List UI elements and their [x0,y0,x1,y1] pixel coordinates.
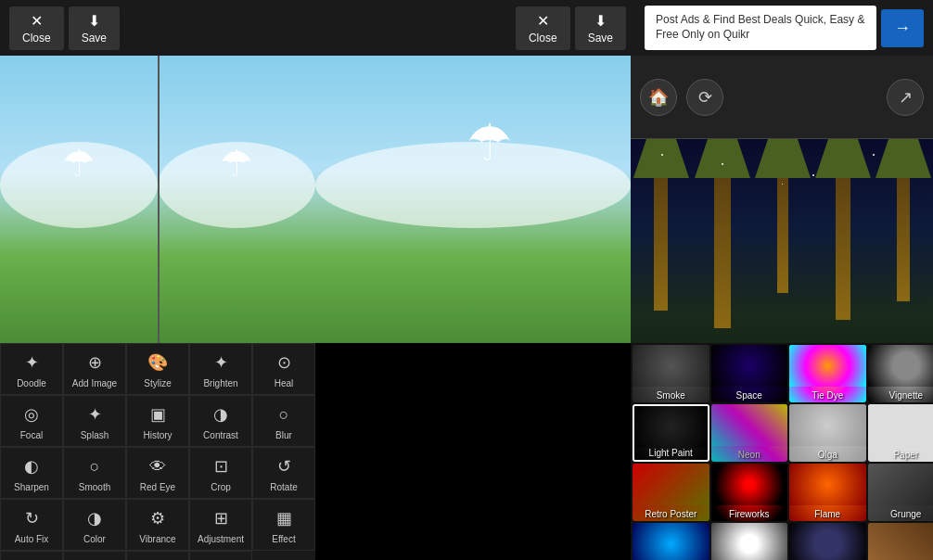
tool-overlay[interactable]: ◫ Overlay [0,551,63,560]
umbrella-left: ☂ [62,142,96,185]
effect-leaks[interactable]: Leaks [711,523,788,560]
vibrance-icon: ⚙ [145,505,171,531]
tool-sticker[interactable]: ○ Sticker [189,551,252,560]
reload-icon-btn[interactable]: ⟳ [686,79,723,116]
flame-thumb [789,464,866,505]
tool-crop[interactable]: ⊡ Crop [189,447,252,499]
canvas-thumb [868,523,934,560]
effect-paper[interactable]: Paper [868,404,934,462]
canvas-divider [158,56,160,343]
tool-vibrance[interactable]: ⚙ Vibrance [126,499,189,551]
close-icon-right: ✕ [537,12,549,30]
tie-dye-label: Tie Dye [812,390,843,401]
history-icon: ▣ [145,401,171,427]
splash-label: Splash [81,430,109,440]
contrast-icon: ◑ [208,401,234,427]
heal-icon: ⊙ [271,350,297,375]
right-icon-group: 🏠 ⟳ [640,79,723,116]
tree-2 [714,169,731,328]
main-area: ☂ ☂ ✦ Doodle ⊕ Add Image 🎨 Stylize ✦ Bri… [0,56,933,560]
rotate-label: Rotate [270,482,297,492]
tree-1 [654,169,668,311]
tool-focal[interactable]: ◎ Focal [0,395,63,447]
tool-contrast[interactable]: ◑ Contrast [189,395,252,447]
close-label-left: Close [22,32,51,45]
olga-thumb [789,404,866,446]
tool-red-eye[interactable]: 👁 Red Eye [126,447,189,499]
center-area: ☂ Smoke Space Tie Dye Vignette Light Pai… [315,56,631,560]
canvas-left-half: ☂ [0,56,158,343]
canvas-area: ☂ ☂ [0,56,315,343]
share-button[interactable]: ↗ [887,79,924,116]
doodle-label: Doodle [17,378,46,388]
fireworks-thumb [711,464,788,505]
red-eye-label: Red Eye [140,482,175,492]
retro-poster-label: Retro Poster [645,509,697,519]
ad-text: Post Ads & Find Best Deals Quick, Easy &… [656,13,864,41]
effect-neon[interactable]: Neon [711,404,788,462]
rotate-icon: ↺ [271,453,297,479]
add-image-label: Add Image [72,378,117,388]
tool-add-image[interactable]: ⊕ Add Image [63,343,126,395]
bokeh-thumb [789,523,866,560]
color-icon: ◑ [82,505,108,531]
center-canvas: ☂ [315,56,631,343]
close-button-left[interactable]: ✕ Close [9,6,64,50]
home-icon-btn[interactable]: 🏠 [640,79,677,116]
save-button-left[interactable]: ⬇ Save [69,6,120,50]
adjustment-label: Adjustment [198,534,244,544]
vibrance-label: Vibrance [139,534,175,544]
ad-arrow-button[interactable]: → [881,9,924,47]
effect-smoke[interactable]: Smoke [633,345,709,402]
tool-adjustment[interactable]: ⊞ Adjustment [189,499,252,551]
effect-flame[interactable]: Flame [789,464,866,521]
olga-label: Olga [818,450,837,460]
tool-smooth[interactable]: ○ Smooth [63,447,126,499]
effect-space[interactable]: Space [711,345,788,402]
effect-olga[interactable]: Olga [789,404,866,462]
stylize-icon: 🎨 [145,350,171,375]
tool-brighten[interactable]: ✦ Brighten [189,343,252,395]
effect-tie-dye[interactable]: Tie Dye [789,345,866,402]
brighten-icon: ✦ [208,350,234,375]
right-toolbar-group: ✕ Close ⬇ Save [516,6,626,50]
tool-type[interactable]: T Type [126,551,189,560]
vignette-thumb [868,345,934,387]
save-button-right[interactable]: ⬇ Save [575,6,626,50]
fireworks-label: Fireworks [729,509,769,519]
effect-leaking-hd[interactable]: Leaking Hd [633,523,709,560]
effect-canvas[interactable]: Canvas [868,523,934,560]
tool-auto-fix[interactable]: ↻ Auto Fix [0,499,63,551]
tool-rotate[interactable]: ↺ Rotate [252,447,315,499]
tool-color[interactable]: ◑ Color [63,499,126,551]
tool-sharpen[interactable]: ◐ Sharpen [0,447,63,499]
effect-light-paint[interactable]: Light Paint [633,404,709,462]
effect-bokeh[interactable]: Bokeh [789,523,866,560]
tool-effect[interactable]: ▦ Effect [252,499,315,551]
tool-blur[interactable]: ○ Blur [252,395,315,447]
tools-grid: ✦ Doodle ⊕ Add Image 🎨 Stylize ✦ Brighte… [0,343,315,560]
effect-retro-poster[interactable]: Retro Poster [633,464,709,521]
effect-fireworks[interactable]: Fireworks [711,464,788,521]
tool-doodle[interactable]: ✦ Doodle [0,343,63,395]
left-toolbar-group: ✕ Close ⬇ Save [9,6,120,50]
effect-grunge[interactable]: Grunge [868,464,934,521]
tool-history[interactable]: ▣ History [126,395,189,447]
leaks-thumb [711,523,788,560]
tool-splash[interactable]: ✦ Splash [63,395,126,447]
tool-borders[interactable]: ▣ Borders [63,551,126,560]
paper-label: Paper [893,450,918,460]
ad-arrow-icon: → [894,19,911,37]
tool-stylize[interactable]: 🎨 Stylize [126,343,189,395]
close-label-right: Close [529,32,557,45]
tree-3 [777,169,788,293]
space-label: Space [736,390,762,401]
center-umbrella: ☂ [466,113,512,172]
blur-label: Blur [275,430,292,440]
close-button-right[interactable]: ✕ Close [516,6,570,50]
tool-heal[interactable]: ⊙ Heal [252,343,315,395]
space-thumb [711,345,788,387]
tree-4 [836,169,850,320]
star-5 [782,184,783,185]
effect-vignette[interactable]: Vignette [868,345,934,402]
